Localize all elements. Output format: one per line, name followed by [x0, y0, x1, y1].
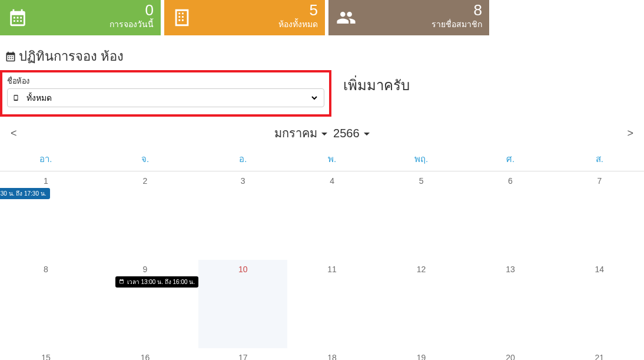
calendar-day[interactable]: 21: [555, 348, 644, 361]
calendar-day[interactable]: 16: [92, 348, 198, 361]
calendar-day[interactable]: 8: [0, 260, 92, 348]
month-navigation: < มกราคม 2566 >: [5, 124, 639, 143]
building-icon: [164, 0, 200, 35]
calendar-day[interactable]: 14: [555, 260, 644, 348]
calendar-day[interactable]: 13: [466, 260, 555, 348]
day-header: ศ.: [466, 147, 555, 171]
calendar-day[interactable]: 19: [377, 348, 466, 361]
day-header: พฤ.: [377, 147, 466, 171]
calendar-day[interactable]: 4: [287, 171, 376, 260]
calendar-day-today[interactable]: 10: [198, 260, 287, 348]
calendar-event[interactable]: เวลา 13:00 น. ถึง 16:00 น.: [115, 276, 198, 288]
calendar-day[interactable]: 5: [377, 171, 466, 260]
stat-label: ห้องทั้งหมด: [200, 18, 318, 31]
month-select[interactable]: มกราคม: [274, 124, 328, 143]
stat-card-members[interactable]: 8 รายชื่อสมาชิก: [328, 0, 489, 35]
prev-month-button[interactable]: <: [5, 125, 23, 142]
day-header: อ.: [198, 147, 287, 171]
calendar-day[interactable]: 2: [92, 171, 198, 260]
room-select-input[interactable]: ทั้งหมด: [24, 93, 319, 103]
calendar-icon: [119, 279, 126, 285]
calendar-day[interactable]: 9 เวลา 13:00 น. ถึง 16:00 น.: [92, 260, 198, 348]
filter-row: ชื่อห้อง ทั้งหมด เพิ่มมาครับ: [0, 70, 644, 117]
mobile-icon: [12, 94, 19, 102]
stat-number: 8: [364, 2, 482, 18]
day-header: อา.: [0, 147, 92, 171]
day-header: พ.: [287, 147, 376, 171]
calendar-event[interactable]: เวลา 08:30 น. ถึง 17:30 น.: [0, 188, 50, 199]
stat-label: การจองวันนี้: [35, 18, 154, 31]
calendar-day[interactable]: 12: [377, 260, 466, 348]
users-icon: [328, 0, 364, 35]
side-text: เพิ่มมาครับ: [343, 74, 410, 97]
stat-cards: 0 การจองวันนี้ 5 ห้องทั้งหมด 8 รายชื่อสม…: [0, 0, 644, 35]
calendar-icon: [5, 51, 16, 62]
chevron-down-icon: [321, 133, 327, 136]
calendar-day[interactable]: 20: [466, 348, 555, 361]
stat-card-today-bookings[interactable]: 0 การจองวันนี้: [0, 0, 161, 35]
stat-number: 0: [35, 2, 154, 18]
calendar-grid: อา. จ. อ. พ. พฤ. ศ. ส. 1 เวลา 08:30 น. ถ…: [0, 147, 644, 360]
chevron-down-icon: [364, 133, 370, 136]
day-header: ส.: [555, 147, 644, 171]
calendar-day[interactable]: 15: [0, 348, 92, 361]
stat-label: รายชื่อสมาชิก: [364, 18, 482, 31]
calendar-day[interactable]: 3: [198, 171, 287, 260]
calendar-title: ปฏิทินการจอง ห้อง: [5, 46, 644, 67]
calendar-day[interactable]: 17: [198, 348, 287, 361]
filter-label: ชื่อห้อง: [7, 75, 324, 87]
calendar-day[interactable]: 1 เวลา 08:30 น. ถึง 17:30 น.: [0, 171, 92, 260]
stat-card-total-rooms[interactable]: 5 ห้องทั้งหมด: [164, 0, 325, 35]
calendar-day[interactable]: 11: [287, 260, 376, 348]
room-select[interactable]: ทั้งหมด: [7, 88, 324, 107]
room-filter-box: ชื่อห้อง ทั้งหมด: [0, 70, 331, 117]
next-month-button[interactable]: >: [621, 125, 639, 142]
year-select[interactable]: 2566: [333, 127, 370, 140]
calendar-day[interactable]: 6: [466, 171, 555, 260]
calendar-day[interactable]: 18: [287, 348, 376, 361]
calendar-day[interactable]: 7: [555, 171, 644, 260]
stat-number: 5: [200, 2, 318, 18]
day-header: จ.: [92, 147, 198, 171]
calendar-icon: [0, 0, 35, 35]
